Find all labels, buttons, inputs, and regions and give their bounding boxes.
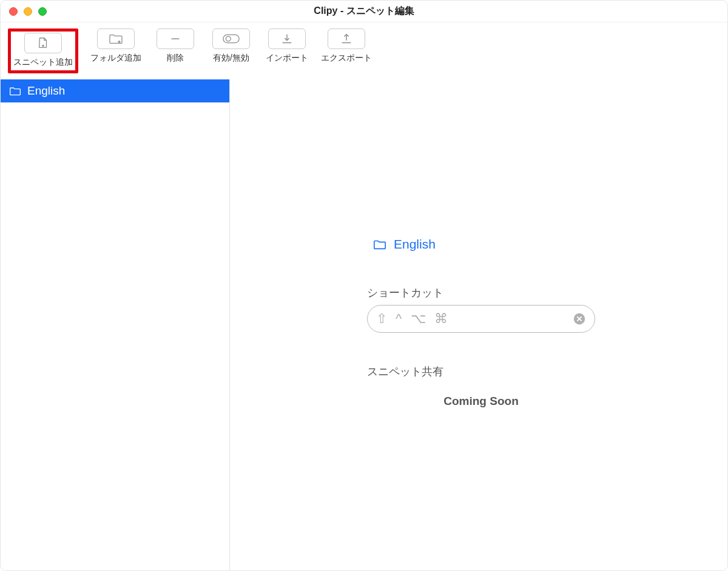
enable-disable-icon-button — [212, 28, 250, 49]
shortcut-input[interactable]: ⇧ ^ ⌥ ⌘ — [367, 305, 595, 333]
sidebar-item-label: English — [27, 84, 65, 98]
delete-label: 削除 — [167, 53, 184, 64]
sidebar-item-english[interactable]: English — [1, 79, 229, 102]
add-snippet-button[interactable]: スニペット追加 — [8, 28, 78, 73]
svg-point-1 — [226, 36, 231, 41]
toggle-icon — [222, 33, 240, 44]
enable-disable-button[interactable]: 有効/無効 — [209, 28, 253, 64]
export-label: エクスポート — [321, 53, 372, 64]
window-title: Clipy - スニペット編集 — [1, 5, 727, 18]
add-folder-button[interactable]: フォルダ追加 — [90, 28, 141, 64]
window: Clipy - スニペット編集 スニペット追加 フォルダ追加 — [0, 0, 728, 571]
file-plus-icon — [36, 36, 50, 50]
add-snippet-icon-button — [24, 33, 62, 53]
shortcut-placeholder: ⇧ ^ ⌥ ⌘ — [376, 311, 567, 327]
enable-disable-label: 有効/無効 — [213, 53, 249, 64]
folder-plus-icon — [109, 33, 123, 45]
detail-pane: English ショートカット ⇧ ^ ⌥ ⌘ スニペット共有 Coming S… — [230, 79, 727, 570]
clear-shortcut-button[interactable] — [573, 312, 586, 326]
snippet-share-label: スニペット共有 — [367, 364, 443, 379]
import-label: インポート — [266, 53, 308, 64]
import-button[interactable]: インポート — [265, 28, 309, 64]
folder-name-header[interactable]: English — [373, 237, 436, 252]
minus-icon — [169, 32, 182, 45]
add-folder-label: フォルダ追加 — [90, 53, 141, 64]
export-icon-button — [328, 28, 365, 49]
folder-name-text: English — [394, 237, 436, 252]
coming-soon-text: Coming Soon — [367, 395, 595, 408]
add-snippet-label: スニペット追加 — [13, 57, 73, 68]
import-icon-button — [268, 28, 306, 49]
upload-icon — [340, 32, 353, 45]
sidebar: English — [1, 79, 230, 570]
body: English English ショートカット ⇧ ^ ⌥ ⌘ — [1, 79, 727, 570]
add-folder-icon-button — [97, 28, 135, 49]
clear-icon — [573, 312, 586, 326]
shortcut-label: ショートカット — [367, 286, 443, 300]
delete-button[interactable]: 削除 — [153, 28, 197, 64]
export-button[interactable]: エクスポート — [321, 28, 372, 64]
titlebar: Clipy - スニペット編集 — [1, 1, 727, 22]
delete-icon-button — [157, 28, 194, 49]
toolbar: スニペット追加 フォルダ追加 削除 — [1, 22, 727, 79]
folder-icon — [9, 85, 21, 96]
folder-icon — [373, 238, 386, 250]
download-icon — [280, 32, 294, 45]
